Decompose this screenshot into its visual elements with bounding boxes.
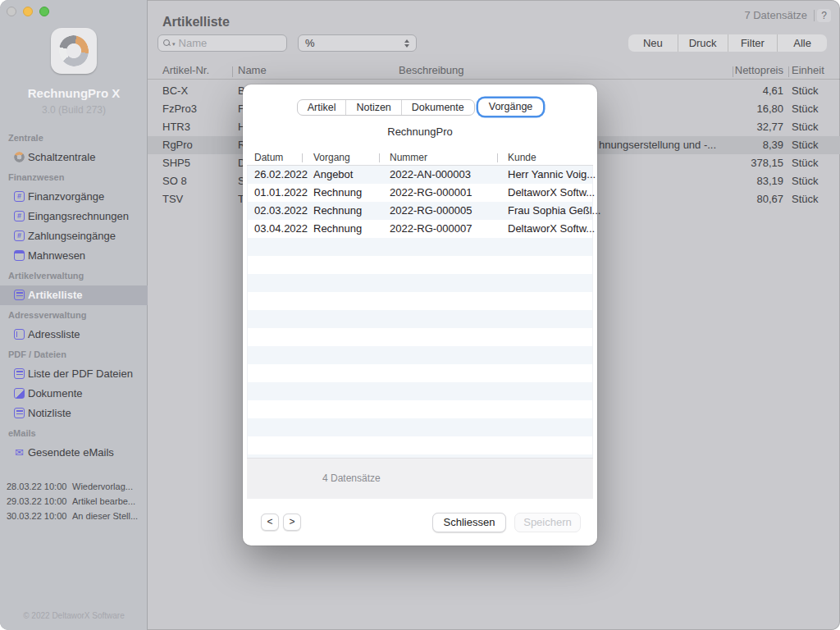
app-title: RechnungPro X <box>0 86 148 100</box>
filter-value: % <box>305 37 404 49</box>
section-finanzwesen: Finanzwesen <box>0 167 148 187</box>
header-divider <box>148 79 840 80</box>
article-detail-dialog: Artikel Notizen Dokumente Vorgänge Rechn… <box>243 84 597 546</box>
app-logo-swirl-icon <box>56 32 93 70</box>
header-separator <box>232 66 233 77</box>
previous-record-button[interactable]: < <box>261 514 279 531</box>
tab-vorgaenge[interactable]: Vorgänge <box>478 98 544 116</box>
vorgang-row[interactable]: 03.04.2022 Rechnung 2022-RG-000007 Delta… <box>248 220 592 238</box>
filter-button[interactable]: Filter <box>728 34 778 52</box>
sidebar-item-mahnwesen[interactable]: Mahnwesen <box>0 246 148 266</box>
log-entry[interactable]: 30.03.22 10:00An dieser Stell... <box>0 509 148 523</box>
page-title: Artikelliste <box>162 15 230 30</box>
sidebar-item-artikelliste[interactable]: Artikelliste <box>0 285 148 305</box>
sidebar-nav: Zentrale Schaltzentrale Finanzwesen # Fi… <box>0 128 148 463</box>
sidebar-item-finanzvorgaenge[interactable]: # Finanzvorgänge <box>0 187 148 207</box>
column-header-einheit[interactable]: Einheit <box>792 64 824 76</box>
filter-dropdown[interactable]: % <box>298 34 417 52</box>
log-time: 28.03.22 10:00 <box>7 479 72 494</box>
sidebar-item-label: Artikelliste <box>28 289 82 301</box>
section-adressverwaltung: Adressverwaltung <box>0 305 148 325</box>
copyright: © 2022 DeltaworX Software <box>0 611 148 620</box>
alle-button[interactable]: Alle <box>777 34 827 52</box>
vorgang-row[interactable]: 26.02.2022 Angebot 2022-AN-000003 Herr Y… <box>248 166 592 184</box>
vorgaenge-table-body: 26.02.2022 Angebot 2022-AN-000003 Herr Y… <box>247 166 593 458</box>
column-header-datum[interactable]: Datum <box>254 152 283 163</box>
neu-button[interactable]: Neu <box>628 34 678 52</box>
next-record-button[interactable]: > <box>283 514 301 531</box>
column-header-kunde[interactable]: Kunde <box>508 152 536 163</box>
hash-icon: # <box>14 191 25 202</box>
cell-artikel-nr: SO 8 <box>162 172 187 190</box>
sidebar-item-label: Finanzvorgänge <box>28 190 104 203</box>
cell-nettopreis: 80,67 <box>656 190 783 208</box>
vorgaenge-table: Datum Vorgang Nummer Kunde 26.02.2022 An… <box>247 151 593 499</box>
header-separator <box>788 66 789 77</box>
sidebar: RechnungPro X 3.0 (Build 273) Zentrale S… <box>0 0 148 630</box>
sidebar-item-pdf-liste[interactable]: Liste der PDF Dateien <box>0 364 148 384</box>
section-emails: eMails <box>0 423 148 443</box>
log-text: Artikel bearbe... <box>72 496 135 506</box>
sidebar-item-adressliste[interactable]: Adressliste <box>0 325 148 345</box>
divider <box>814 10 815 21</box>
sidebar-item-schaltzentrale[interactable]: Schaltzentrale <box>0 148 148 167</box>
column-header-vorgang[interactable]: Vorgang <box>313 152 350 163</box>
column-header-name[interactable]: Name <box>238 64 267 76</box>
cell-nettopreis: 83,19 <box>656 172 783 190</box>
log-entry[interactable]: 28.03.22 10:00Wiedervorlag... <box>0 479 148 494</box>
vorgang-row[interactable]: 01.01.2022 Rechnung 2022-RG-000001 Delta… <box>248 184 592 202</box>
column-header-nummer[interactable]: Nummer <box>390 152 427 163</box>
chevron-down-icon: ▾ <box>172 41 176 48</box>
sidebar-item-label: Zahlungseingänge <box>28 230 116 242</box>
sidebar-item-gesendete-emails[interactable]: ✉ Gesendete eMails <box>0 443 148 463</box>
sidebar-item-label: Liste der PDF Dateien <box>28 368 133 380</box>
sidebar-item-label: Eingangsrechnungen <box>28 210 129 222</box>
log-text: An dieser Stell... <box>72 511 138 521</box>
cell-vorgang: Rechnung <box>313 220 362 238</box>
cell-kunde: DeltaworX Softw... <box>508 220 595 238</box>
image-icon <box>14 388 25 399</box>
app-logo-icon <box>14 152 25 162</box>
help-button[interactable]: ? <box>817 9 831 22</box>
column-header-beschreibung[interactable]: Beschreibung <box>399 64 464 76</box>
vorgaenge-table-footer: 4 Datensätze <box>247 458 593 499</box>
window-minimize-button[interactable] <box>23 7 33 16</box>
cell-einheit: Stück <box>792 82 819 100</box>
log-text: Wiedervorlag... <box>72 482 133 491</box>
tab-dokumente[interactable]: Dokumente <box>401 100 474 115</box>
cell-einheit: Stück <box>792 100 819 118</box>
sidebar-item-notizliste[interactable]: Notizliste <box>0 404 148 423</box>
stepper-icon <box>404 39 409 48</box>
log-entry[interactable]: 29.03.22 10:00Artikel bearbe... <box>0 494 148 509</box>
tab-notizen[interactable]: Notizen <box>345 100 400 115</box>
cell-artikel-nr: HTR3 <box>162 118 190 136</box>
sidebar-item-zahlungseingaenge[interactable]: # Zahlungseingänge <box>0 226 148 246</box>
hash-icon: # <box>14 211 25 221</box>
cell-artikel-nr: BC-X <box>162 82 188 100</box>
sidebar-item-label: Gesendete eMails <box>28 446 114 459</box>
window-zoom-button[interactable] <box>39 7 49 16</box>
cell-vorgang: Rechnung <box>313 184 362 202</box>
log-time: 30.03.22 10:00 <box>7 509 72 523</box>
schliessen-button[interactable]: Schliessen <box>432 513 506 532</box>
search-input[interactable] <box>179 37 281 49</box>
window-close-button[interactable] <box>7 7 16 16</box>
column-header-nettopreis[interactable]: Nettopreis <box>656 64 783 76</box>
sidebar-item-dokumente[interactable]: Dokumente <box>0 384 148 404</box>
header-separator <box>497 153 498 162</box>
sidebar-item-eingangsrechnungen[interactable]: # Eingangsrechnungen <box>0 207 148 226</box>
cell-nettopreis: 4,61 <box>656 82 783 100</box>
cell-artikel-nr: TSV <box>162 190 183 208</box>
header-separator <box>733 66 733 77</box>
cell-nettopreis: 8,39 <box>656 136 783 154</box>
cell-kunde: Herr Yannic Voig... <box>508 166 596 184</box>
cell-einheit: Stück <box>792 190 819 208</box>
druck-button[interactable]: Druck <box>678 34 728 52</box>
vorgang-row[interactable]: 02.03.2022 Rechnung 2022-RG-000005 Frau … <box>248 202 592 220</box>
search-field[interactable]: ▾ <box>158 34 287 52</box>
envelope-icon: ✉ <box>14 447 25 458</box>
record-count: 7 Datensätze <box>744 9 807 21</box>
column-header-artikel-nr[interactable]: Artikel-Nr. <box>162 64 209 76</box>
list-icon <box>14 290 25 300</box>
tab-artikel[interactable]: Artikel <box>298 100 346 115</box>
